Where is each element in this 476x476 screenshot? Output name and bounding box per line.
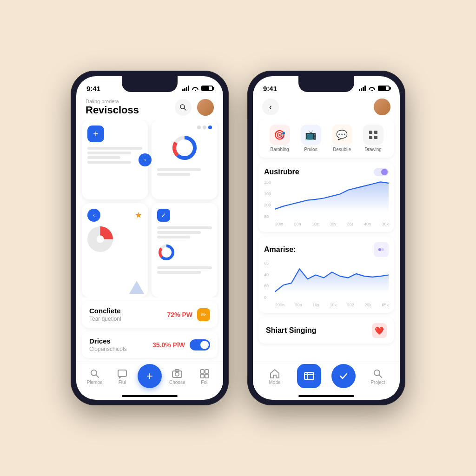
camera-nav-icon <box>172 369 182 379</box>
chart-toggle-1[interactable] <box>374 168 389 176</box>
nav2-item-project[interactable]: Project <box>361 369 395 385</box>
chart-y-labels-1: 150 100 200 80 <box>264 180 271 219</box>
x-label: 10x <box>312 303 319 307</box>
svg-rect-23 <box>374 136 377 139</box>
back-button[interactable]: ‹ <box>262 99 279 115</box>
nav-item-choose[interactable]: Choose <box>164 369 191 385</box>
svg-line-11 <box>96 375 99 378</box>
card-1[interactable]: + › <box>82 120 148 199</box>
svg-point-6 <box>97 236 104 243</box>
search-button-1[interactable] <box>175 99 192 116</box>
avatar-1[interactable] <box>197 99 214 116</box>
chart-area-2: 65 40 60 0 <box>264 261 389 307</box>
x-label: 10z <box>312 222 319 226</box>
nav-item-piemoe[interactable]: Piemoe <box>81 369 108 385</box>
card-2[interactable] <box>152 120 218 199</box>
y-label: 60 <box>264 284 269 288</box>
info-card-value-1: 72% PW <box>167 311 192 318</box>
gallery-nav-icon <box>199 369 210 379</box>
nav2-label-mode: Mode <box>269 380 280 385</box>
svg-rect-22 <box>369 136 372 139</box>
info-card-2[interactable]: Drices Clopanschicols 35.0% PlW <box>82 331 218 358</box>
qa-item-desublle[interactable]: 💬 Desublle <box>332 125 352 152</box>
check-icon[interactable]: ✓ <box>157 209 170 222</box>
y-label: 80 <box>264 214 271 219</box>
battery-icon-2 <box>378 86 390 91</box>
info-card-subtitle-1: Tear quetionl <box>89 316 121 322</box>
wifi-icon-2 <box>368 86 376 91</box>
status-icons-2 <box>359 86 390 91</box>
notch-1 <box>122 76 178 92</box>
nav2-item-active1[interactable] <box>292 364 326 390</box>
star-icon: ★ <box>135 210 142 220</box>
svg-point-25 <box>381 248 384 251</box>
chart-title-2: Amarise: <box>264 245 296 254</box>
phone2-content: 🎯 Barohing 📺 Prulos 💬 Desublle <box>253 119 400 362</box>
add-button[interactable]: + <box>87 126 104 142</box>
donut-chart-1 <box>171 134 198 162</box>
phone-2-screen: 9:41 ‹ <box>253 76 400 400</box>
nav2-item-active2[interactable] <box>326 364 361 390</box>
x-label: 200n <box>275 303 284 307</box>
card-line <box>87 156 120 159</box>
card-line <box>157 231 201 234</box>
battery-icon-1 <box>201 86 213 91</box>
avatar-2[interactable] <box>374 99 390 115</box>
signal-icon-1 <box>182 86 189 91</box>
card-line <box>157 168 201 171</box>
home-indicator-2 <box>298 395 354 397</box>
card-line <box>157 226 212 229</box>
svg-rect-21 <box>374 131 377 134</box>
nav-item-foll[interactable]: Foll <box>191 369 218 385</box>
chart-y-labels-2: 65 40 60 0 <box>264 261 269 300</box>
info-card-subtitle-2: Clopanschicols <box>89 346 127 352</box>
phone1-subtitle: Daling prodeta <box>86 99 139 104</box>
svg-rect-19 <box>205 374 209 378</box>
card-3[interactable]: ‹ ★ <box>82 203 148 298</box>
x-label: 65k <box>382 303 389 307</box>
search-nav-icon-2 <box>373 369 383 379</box>
x-label: 20k <box>364 303 371 307</box>
y-label: 150 <box>264 180 271 185</box>
toggle-switch[interactable] <box>190 339 210 350</box>
nav-fab-item[interactable]: + <box>136 364 163 390</box>
search-nav-icon <box>90 369 100 379</box>
back-arrow-card[interactable]: ‹ <box>87 209 100 222</box>
phone1-title: Reviscloss <box>86 104 139 116</box>
chart-header-1: Ausirubre <box>264 168 389 176</box>
bottom-cards: Concliete Tear quetionl 72% PW ✏ Drices … <box>76 298 223 362</box>
nav-item-fiul[interactable]: Fiul <box>108 369 136 385</box>
phone-1-screen: 9:41 Daling prodeta Revisc <box>76 76 223 400</box>
qa-item-drawing[interactable]: Drawing <box>363 125 383 152</box>
chart-icon-2[interactable] <box>374 242 389 257</box>
info-card-1[interactable]: Concliete Tear quetionl 72% PW ✏ <box>82 301 218 328</box>
x-label: 20n <box>295 303 302 307</box>
card-4[interactable]: ✓ <box>152 203 218 298</box>
nav2-label-project: Project <box>370 380 385 385</box>
nav2-active-icon-2[interactable] <box>331 364 356 388</box>
home-indicator-1 <box>122 395 178 397</box>
nav2-item-mode[interactable]: Mode <box>258 369 292 385</box>
x-label: 30v <box>330 222 337 226</box>
quick-actions: 🎯 Barohing 📺 Prulos 💬 Desublle <box>258 119 394 158</box>
line-chart-1 <box>275 180 389 212</box>
phone-2: 9:41 ‹ <box>247 71 405 405</box>
qa-item-prulos[interactable]: 📺 Prulos <box>301 125 321 152</box>
x-label: 20in <box>275 222 283 226</box>
qa-item-barohing[interactable]: 🎯 Barohing <box>270 125 290 152</box>
card-line <box>87 147 142 150</box>
fab-button[interactable]: + <box>138 364 162 388</box>
chat-nav-icon <box>117 369 127 379</box>
mini-donut <box>157 243 185 262</box>
pencil-icon[interactable]: ✏ <box>197 308 210 321</box>
chart-x-labels-2: 200n 20n 10x 10k 202 20k 65k <box>275 303 389 307</box>
card-arrow-1[interactable]: › <box>139 153 152 166</box>
sharing-card[interactable]: Shiart Singing ❤️ <box>258 317 394 344</box>
info-card-title-1: Concliete <box>89 307 121 315</box>
card-line <box>87 152 131 154</box>
y-label: 0 <box>264 295 269 300</box>
chart-title-1: Ausirubre <box>264 168 299 176</box>
nav-label-foll: Foll <box>201 380 208 385</box>
nav2-active-icon-1[interactable] <box>297 364 321 388</box>
heart-badge[interactable]: ❤️ <box>372 323 387 338</box>
